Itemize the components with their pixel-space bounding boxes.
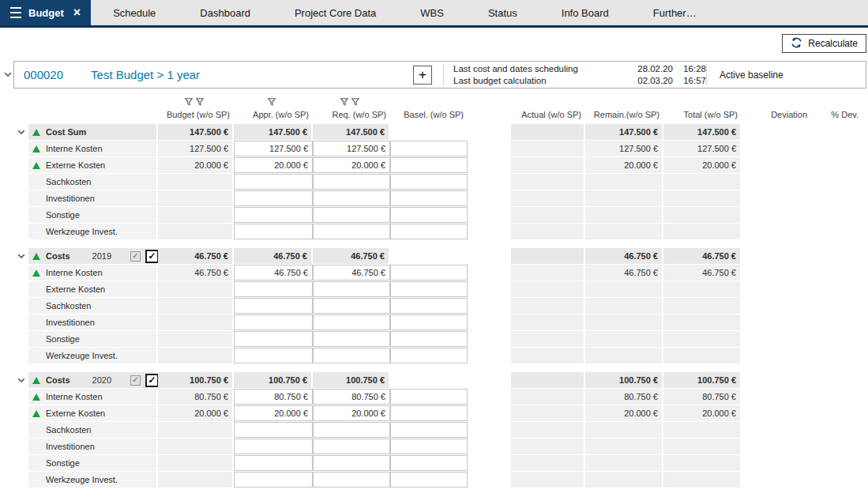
cell-basel[interactable] bbox=[390, 174, 468, 190]
cell-basel[interactable] bbox=[390, 224, 468, 239]
row-label-cell: Cost Sum bbox=[28, 124, 158, 140]
cell-req[interactable] bbox=[313, 439, 390, 454]
row-chevron-cell bbox=[14, 455, 28, 471]
cell-req[interactable] bbox=[313, 422, 390, 438]
column-header-remain[interactable]: Remain.(w/o SP) bbox=[585, 95, 663, 122]
collapse-chevron-icon[interactable] bbox=[14, 372, 28, 388]
cell-appr[interactable]: 127.500 € bbox=[234, 141, 313, 156]
cell-req[interactable]: 80.750 € bbox=[313, 389, 390, 405]
cell-req[interactable] bbox=[313, 281, 390, 297]
include-checkbox[interactable]: ✓ bbox=[145, 250, 159, 263]
cell-req[interactable]: 127.500 € bbox=[313, 141, 390, 156]
cell-req[interactable] bbox=[313, 331, 390, 347]
tab-schedule[interactable]: Schedule bbox=[91, 0, 178, 25]
column-header-pdev[interactable]: % Dev. bbox=[811, 95, 862, 122]
cell-appr[interactable] bbox=[234, 207, 313, 223]
column-header-basel[interactable]: Basel. (w/o SP) bbox=[390, 95, 468, 122]
cell-req[interactable] bbox=[313, 455, 390, 471]
cell-basel[interactable] bbox=[390, 190, 468, 206]
cell-basel[interactable] bbox=[390, 331, 468, 347]
collapse-chevron-icon[interactable] bbox=[14, 124, 28, 140]
cell-deviation bbox=[742, 281, 811, 297]
column-header-actual[interactable]: Actual (w/o SP) bbox=[511, 95, 585, 122]
tab-wbs[interactable]: WBS bbox=[398, 0, 466, 25]
cell-appr[interactable] bbox=[234, 422, 313, 438]
cell-appr[interactable]: 46.750 € bbox=[234, 265, 313, 281]
cell-req[interactable] bbox=[313, 348, 390, 363]
close-tab-icon[interactable]: × bbox=[73, 6, 81, 19]
cell-remain bbox=[585, 281, 663, 297]
cell-appr[interactable]: 20.000 € bbox=[234, 157, 313, 173]
column-header-deviation[interactable]: Deviation bbox=[742, 95, 811, 122]
collapse-header-icon[interactable] bbox=[2, 72, 13, 77]
column-header-appr[interactable]: Appr. (w/o SP) bbox=[234, 95, 313, 122]
cell-appr[interactable] bbox=[234, 190, 313, 206]
column-header-total[interactable]: Total (w/o SP) bbox=[663, 95, 742, 122]
status-triangle-icon bbox=[32, 253, 40, 260]
filter-icon[interactable] bbox=[268, 98, 276, 107]
add-button[interactable]: + bbox=[413, 66, 432, 85]
cell-appr[interactable]: 20.000 € bbox=[234, 405, 313, 421]
cell-appr[interactable]: 80.750 € bbox=[234, 389, 313, 405]
cell-basel[interactable] bbox=[390, 455, 468, 471]
tab-project-core-data[interactable]: Project Core Data bbox=[272, 0, 398, 25]
cell-basel[interactable] bbox=[390, 389, 468, 405]
group-year: 2019 bbox=[92, 251, 111, 261]
tab-status[interactable]: Status bbox=[466, 0, 539, 25]
cell-deviation bbox=[742, 455, 811, 471]
cell-basel[interactable] bbox=[390, 207, 468, 223]
cell-req[interactable] bbox=[313, 298, 390, 314]
cell-basel[interactable] bbox=[390, 314, 468, 330]
cell-basel[interactable] bbox=[390, 439, 468, 454]
filter-icons bbox=[158, 98, 230, 107]
column-header-req[interactable]: Req. (w/o SP) bbox=[313, 95, 390, 122]
cell-basel[interactable] bbox=[390, 141, 468, 156]
cell-basel[interactable] bbox=[390, 157, 468, 173]
cell-req[interactable] bbox=[313, 190, 390, 206]
column-header-budget[interactable]: Budget (w/o SP) bbox=[158, 95, 234, 122]
filter-icon[interactable] bbox=[196, 98, 204, 107]
tab-info-board[interactable]: Info Board bbox=[539, 0, 631, 25]
cell-basel[interactable] bbox=[390, 472, 468, 488]
cell-appr[interactable] bbox=[234, 224, 313, 239]
cell-basel[interactable] bbox=[390, 281, 468, 297]
cell-pdev bbox=[811, 281, 862, 297]
cell-actual bbox=[511, 314, 585, 330]
cell-basel[interactable] bbox=[390, 298, 468, 314]
cell-req[interactable]: 46.750 € bbox=[313, 265, 390, 281]
collapse-chevron-icon[interactable] bbox=[14, 248, 28, 264]
cell-appr[interactable] bbox=[234, 298, 313, 314]
cell-basel[interactable] bbox=[390, 405, 468, 421]
recalculate-button[interactable]: Recalculate bbox=[782, 34, 866, 53]
tab-budget[interactable]: Budget × bbox=[0, 0, 91, 25]
cell-basel[interactable] bbox=[390, 348, 468, 363]
filter-icon[interactable] bbox=[340, 98, 348, 107]
cell-req[interactable] bbox=[313, 472, 390, 488]
cell-req[interactable] bbox=[313, 174, 390, 190]
cell-appr[interactable] bbox=[234, 331, 313, 347]
tab-dashboard[interactable]: Dashboard bbox=[178, 0, 272, 25]
cell-appr[interactable] bbox=[234, 348, 313, 363]
cell-req[interactable] bbox=[313, 207, 390, 223]
cell-appr[interactable] bbox=[234, 174, 313, 190]
cell-req[interactable]: 20.000 € bbox=[313, 405, 390, 421]
tab-further[interactable]: Further… bbox=[631, 0, 719, 25]
menu-icon[interactable] bbox=[10, 6, 21, 20]
cell-total: 20.000 € bbox=[663, 157, 742, 173]
cell-appr[interactable] bbox=[234, 472, 313, 488]
cell-appr[interactable] bbox=[234, 439, 313, 454]
cell-req[interactable] bbox=[313, 224, 390, 239]
cell-basel[interactable] bbox=[390, 265, 468, 281]
cell-appr[interactable] bbox=[234, 281, 313, 297]
cell-appr[interactable] bbox=[234, 314, 313, 330]
cell-appr[interactable] bbox=[234, 455, 313, 471]
cell-basel[interactable] bbox=[390, 422, 468, 438]
filter-icon[interactable] bbox=[351, 98, 359, 107]
include-checkbox[interactable]: ✓ bbox=[145, 374, 159, 387]
cell-deviation bbox=[742, 439, 811, 454]
cell-req[interactable]: 20.000 € bbox=[313, 157, 390, 173]
cell-deviation bbox=[742, 348, 811, 363]
header-spacer bbox=[14, 95, 28, 122]
filter-icon[interactable] bbox=[185, 98, 193, 107]
cell-req[interactable] bbox=[313, 314, 390, 330]
